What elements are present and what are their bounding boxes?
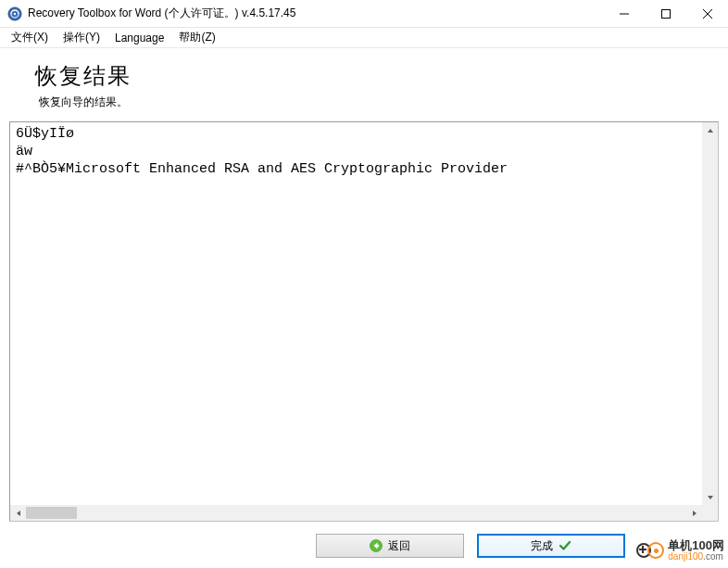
menu-file[interactable]: 文件(X) <box>4 28 56 47</box>
footer: 返回 完成 <box>0 524 728 568</box>
checkmark-icon <box>559 539 571 552</box>
scroll-corner <box>702 505 718 521</box>
page-title: 恢复结果 <box>35 61 719 91</box>
window-title: Recovery Toolbox for Word (个人许可证。) v.4.5… <box>28 6 295 21</box>
results-panel: 6Ü$yIÏø äw #^BÒ5¥Microsoft Enhanced RSA … <box>9 121 719 522</box>
app-icon <box>7 6 22 21</box>
page-header: 恢复结果 恢复向导的结果。 <box>0 48 728 120</box>
maximize-button[interactable] <box>645 0 686 28</box>
scroll-down-icon[interactable] <box>702 489 718 505</box>
svg-point-1 <box>14 12 16 14</box>
scroll-up-icon[interactable] <box>702 122 718 138</box>
menu-language[interactable]: Language <box>107 30 171 46</box>
scroll-left-icon[interactable] <box>10 505 26 521</box>
svg-rect-3 <box>661 10 670 19</box>
horizontal-scrollbar[interactable] <box>10 505 702 521</box>
scroll-right-icon[interactable] <box>686 505 702 521</box>
hscroll-track[interactable] <box>26 505 686 521</box>
back-button-label: 返回 <box>388 538 410 554</box>
window-controls <box>603 0 728 27</box>
finish-button[interactable]: 完成 <box>477 534 625 558</box>
vertical-scrollbar[interactable] <box>702 122 718 505</box>
close-button[interactable] <box>686 0 728 28</box>
minimize-button[interactable] <box>603 0 645 28</box>
recovered-text[interactable]: 6Ü$yIÏø äw #^BÒ5¥Microsoft Enhanced RSA … <box>10 122 702 505</box>
finish-button-label: 完成 <box>531 538 553 554</box>
back-button[interactable]: 返回 <box>316 534 464 558</box>
menubar: 文件(X) 操作(Y) Language 帮助(Z) <box>0 28 728 48</box>
menu-help[interactable]: 帮助(Z) <box>171 28 222 47</box>
titlebar: Recovery Toolbox for Word (个人许可证。) v.4.5… <box>0 0 728 28</box>
menu-action[interactable]: 操作(Y) <box>56 28 107 47</box>
page-subtitle: 恢复向导的结果。 <box>35 95 719 110</box>
back-arrow-icon <box>370 539 383 552</box>
hscroll-thumb[interactable] <box>26 507 77 519</box>
vscroll-track[interactable] <box>702 138 718 489</box>
